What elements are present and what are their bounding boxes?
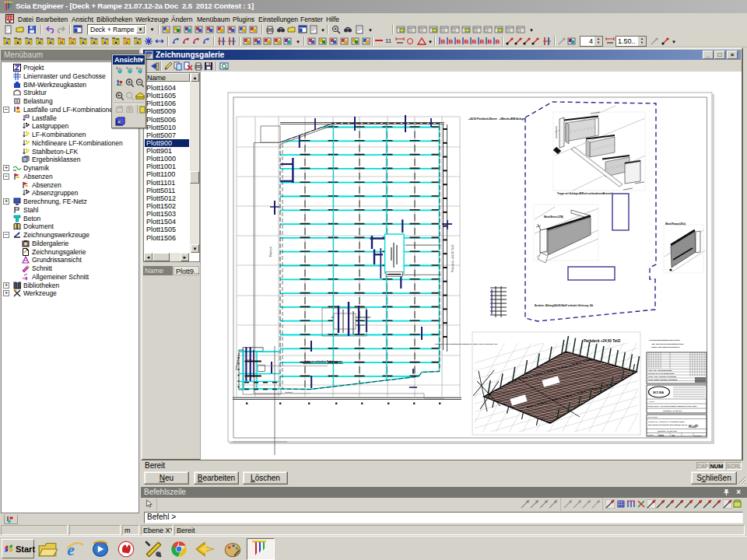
svg-text:ABC Abt: 4M 26 Bw-grade,: ABC Abt: 4M 26 Bw-grade, <box>648 369 673 372</box>
svg-text:Rampe: Rampe <box>268 246 272 257</box>
svg-text:X: X <box>116 67 118 70</box>
svg-text:Ansichten liefern Montagezeich: Ansichten liefern Montagezeichnungen n. … <box>434 343 498 345</box>
svg-text:Parkdeck +24.50 Teil: Parkdeck +24.50 Teil <box>663 410 682 412</box>
svg-text:KLISCH u. ACKROTH, PARTNER Gmb: KLISCH u. ACKROTH, PARTNER GmbH <box>648 421 685 423</box>
svg-text:KuP: KuP <box>689 424 698 429</box>
svg-text:Proj.Nr.: Proj.Nr. <box>648 434 654 436</box>
svg-text:Bestand: Bestand <box>286 391 293 394</box>
svg-text:Treppe: Treppe <box>247 359 253 360</box>
svg-text:Parkdeck +24.50 Teil2: Parkdeck +24.50 Teil2 <box>658 430 677 432</box>
svg-text:+BE- arbeitsfelderfestenstattW: +BE- arbeitsfelderfestenstattWertllose <box>651 343 684 345</box>
svg-text:BERATENDE INGENIEURE IM BAUWES: BERATENDE INGENIEURE IM BAUWESEN VBI-ING <box>648 424 688 425</box>
svg-text:B: B <box>496 38 500 45</box>
svg-text:Parkdeck +24.50 Teil2: Parkdeck +24.50 Teil2 <box>584 339 621 343</box>
svg-text:+24.50 Parkdeck-Ebene +Wände: +24.50 Parkdeck-Ebene +Wände+BIM-Anlage <box>468 117 524 121</box>
svg-text:Teilgebrauchslawung nach Norm: Teilgebrauchslawung nach Norm <box>649 339 680 341</box>
svg-text:25.07.12: 25.07.12 <box>659 436 664 436</box>
svg-text:Wand Rampe(28-b): Wand Rampe(28-b) <box>665 222 686 226</box>
svg-text:Y: Y <box>126 67 128 70</box>
svg-text:Treppe mit Schräge+BIM mit vor: Treppe mit Schräge+BIM mit vorhandenemBe… <box>557 192 612 195</box>
svg-text:Lasten +BEARBEITSFELDERfest: Lasten +BEARBEITSFELDERfest <box>651 346 679 348</box>
svg-text:Bestätten- Bildung(24h/28-08ab: Bestätten- Bildung(24h/28-08abF verbinde… <box>535 304 594 307</box>
svg-text:SCI EA: SCI EA <box>653 390 664 394</box>
svg-text:Projekt: Projekt <box>649 401 654 402</box>
svg-text:Parkdeck +24.50 Teil2: Parkdeck +24.50 Teil2 <box>451 245 454 272</box>
svg-text:Wand Beton (27B): Wand Beton (27B) <box>544 215 563 219</box>
svg-text:Bauvorhaben: Bauvorhaben <box>648 416 658 418</box>
svg-text:Bl.n 090425: Bl.n 090425 <box>694 435 701 436</box>
svg-text:1:100: 1:100 <box>672 436 675 436</box>
svg-text:Aufzug an vorhandene Parkhausg: Aufzug an vorhandene Parkhausgarage <box>304 360 342 363</box>
svg-text:Z: Z <box>136 67 139 70</box>
